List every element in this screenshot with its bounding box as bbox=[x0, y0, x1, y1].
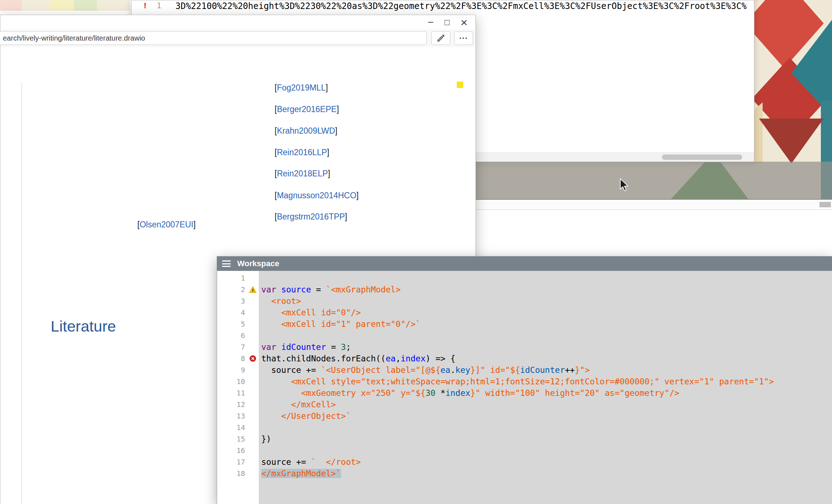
code-token: ea bbox=[386, 354, 396, 363]
citation-link[interactable]: [Krahn2009LWD] bbox=[275, 126, 337, 136]
scrollbar-thumb[interactable] bbox=[662, 154, 742, 160]
code-token: index bbox=[445, 388, 470, 398]
citation-link[interactable]: [Magnusson2014HCO] bbox=[275, 191, 359, 200]
diagram-title[interactable]: Literature bbox=[51, 318, 116, 335]
line-number[interactable]: 9 bbox=[217, 364, 259, 376]
pattern-shape bbox=[759, 119, 824, 163]
line-number[interactable]: 16 bbox=[217, 445, 259, 456]
code-line[interactable]: var source = `<mxGraphModel> bbox=[261, 284, 832, 295]
line-number[interactable]: 14 bbox=[217, 422, 259, 433]
line-number[interactable]: 17 bbox=[217, 456, 259, 468]
line-number[interactable]: 3 bbox=[217, 295, 259, 307]
line-number[interactable]: 18 bbox=[217, 468, 259, 479]
citation-text[interactable]: Magnusson2014HCO bbox=[277, 191, 356, 200]
code-token: ]" id=" bbox=[475, 365, 510, 375]
code-line[interactable]: </mxCell> bbox=[261, 399, 832, 410]
code-line[interactable]: var idCounter = 3; bbox=[261, 341, 832, 353]
code-line[interactable] bbox=[261, 330, 832, 341]
code-token: var bbox=[261, 342, 276, 352]
bracket: ] bbox=[327, 148, 329, 157]
citation-link[interactable]: [Fog2019MLL] bbox=[275, 83, 328, 93]
line-number[interactable]: 15 bbox=[217, 433, 259, 445]
line-number[interactable]: 10 bbox=[217, 376, 259, 387]
citation-link[interactable]: [Rein2018ELP] bbox=[275, 169, 330, 179]
bracket: ] bbox=[326, 83, 328, 92]
line-number: 1 bbox=[157, 1, 161, 10]
code-line[interactable] bbox=[261, 445, 832, 456]
line-number[interactable]: 2! bbox=[217, 284, 259, 295]
code-token: 30 bbox=[426, 388, 436, 398]
code-token: `<UserObject label="[@ bbox=[321, 365, 431, 375]
line-number[interactable]: 13 bbox=[217, 410, 259, 422]
background-editor-line[interactable]: ! 1 3D%22100%22%20height%3D%2230%22%20as… bbox=[132, 0, 754, 11]
line-number[interactable]: 12 bbox=[217, 399, 259, 410]
code-token: </UserObject>` bbox=[261, 411, 351, 421]
code-token: ++ bbox=[565, 365, 575, 375]
scrollbar-thumb[interactable] bbox=[819, 202, 831, 207]
citation-link[interactable]: [Bergstrm2016TPP] bbox=[275, 212, 347, 222]
code-token bbox=[276, 342, 281, 352]
line-number[interactable]: 7 bbox=[217, 341, 259, 353]
code-token: ${ bbox=[415, 388, 426, 398]
code-token bbox=[276, 285, 281, 294]
code-line[interactable] bbox=[261, 422, 832, 433]
line-number[interactable]: 6 bbox=[217, 330, 259, 341]
code-token: ; bbox=[346, 342, 351, 352]
code-token: idCounter bbox=[520, 365, 565, 375]
line-number[interactable]: 1 bbox=[217, 272, 259, 284]
citation-text[interactable]: Fog2019MLL bbox=[277, 83, 326, 92]
workspace-editor: 12!3456789101112131415161718 var source … bbox=[217, 271, 832, 504]
line-number[interactable]: 5 bbox=[217, 318, 259, 330]
citation-link[interactable]: [Rein2016LLP] bbox=[275, 148, 329, 157]
citation-text[interactable]: Rein2016LLP bbox=[277, 148, 327, 157]
code-line[interactable]: source += `<UserObject label="[@${ea.key… bbox=[261, 364, 832, 376]
error-marker-icon: ! bbox=[144, 1, 146, 10]
citation-text[interactable]: Olsen2007EUI bbox=[139, 220, 193, 229]
line-number[interactable]: 11 bbox=[217, 387, 259, 399]
citation-link[interactable]: [Berger2016EPE] bbox=[275, 105, 339, 114]
workspace-titlebar[interactable]: Workspace bbox=[217, 256, 832, 271]
desktop: ! 1 3D%22100%22%20height%3D%2230%22%20as… bbox=[0, 0, 832, 504]
code-token: that.childNodes.forEach(( bbox=[261, 354, 386, 363]
code-token: </mxCell> bbox=[261, 400, 336, 409]
code-token: <mxCell id="0"/> bbox=[261, 308, 361, 317]
code-line[interactable]: <mxCell style="text;whiteSpace=wrap;html… bbox=[261, 376, 832, 387]
code-line[interactable]: <mxGeometry x="250" y="${30 *index}" wid… bbox=[261, 387, 832, 399]
code-line[interactable]: <mxCell id="0"/> bbox=[261, 307, 832, 318]
background-window-area bbox=[475, 210, 832, 256]
code-line[interactable]: }) bbox=[261, 433, 832, 445]
citation-text[interactable]: Krahn2009LWD bbox=[277, 126, 335, 135]
citation-text[interactable]: Bergstrm2016TPP bbox=[277, 212, 345, 221]
code-token: = bbox=[311, 285, 326, 294]
workspace-code[interactable]: var source = `<mxGraphModel> <root> <mxC… bbox=[259, 271, 832, 504]
citation-text[interactable]: Rein2018ELP bbox=[277, 169, 328, 178]
code-token: "> bbox=[580, 365, 590, 375]
code-token: idCounter bbox=[281, 342, 326, 352]
code-token: ` </root> bbox=[311, 457, 360, 467]
bracket: ] bbox=[345, 212, 347, 221]
code-line[interactable]: source += ` </root> bbox=[261, 456, 832, 468]
code-line[interactable]: that.childNodes.forEach((ea,index) => { bbox=[261, 353, 832, 364]
code-token: } bbox=[470, 365, 475, 375]
bracket: ] bbox=[357, 191, 359, 200]
code-token: <mxCell style="text;whiteSpace=wrap;html… bbox=[261, 377, 774, 386]
code-line[interactable]: <mxCell id="1" parent="0"/>` bbox=[261, 318, 832, 330]
code-token: key bbox=[455, 365, 470, 375]
code-line[interactable]: </mxGraphModel>` bbox=[261, 468, 832, 479]
encoded-xml-text: 3D%22100%22%20height%3D%2230%22%20as%3D%… bbox=[175, 1, 746, 11]
code-line[interactable]: </UserObject>` bbox=[261, 410, 832, 422]
code-token: var bbox=[261, 285, 276, 294]
code-line[interactable] bbox=[261, 272, 832, 284]
warning-icon: ! bbox=[249, 286, 257, 293]
citation-link[interactable]: [Olsen2007EUI] bbox=[137, 220, 196, 230]
workspace-gutter[interactable]: 12!3456789101112131415161718 bbox=[217, 271, 259, 504]
svg-text:!: ! bbox=[252, 288, 253, 293]
line-number[interactable]: 4 bbox=[217, 307, 259, 318]
code-token: `<mxGraphModel> bbox=[326, 285, 401, 294]
citation-text[interactable]: Berger2016EPE bbox=[277, 105, 336, 114]
hamburger-icon[interactable] bbox=[222, 260, 231, 267]
code-token: * bbox=[436, 388, 446, 398]
code-line[interactable]: <root> bbox=[261, 295, 832, 307]
code-token: } bbox=[470, 388, 475, 398]
line-number[interactable]: 8 bbox=[217, 353, 259, 364]
